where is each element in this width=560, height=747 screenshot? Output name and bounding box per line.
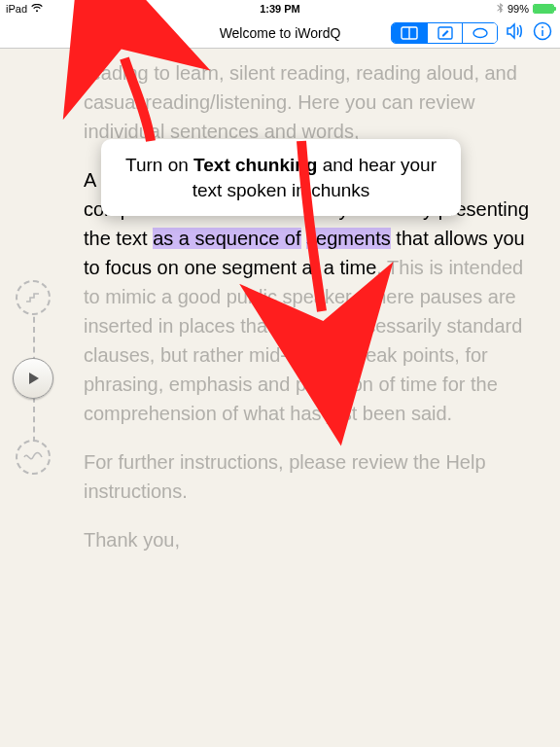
bluetooth-icon — [497, 3, 504, 16]
play-button[interactable] — [13, 358, 53, 399]
speaker-icon[interactable] — [506, 22, 525, 44]
signoff-paragraph: Thank you, — [84, 525, 531, 554]
info-icon[interactable] — [533, 21, 552, 45]
help-paragraph: For further instructions, please review … — [84, 447, 531, 506]
clock: 1:39 PM — [0, 3, 560, 15]
svg-point-4 — [473, 28, 487, 37]
tutorial-callout: Turn on Text chunking and hear your text… — [101, 139, 461, 216]
intro-paragraph: reading to learn, silent reading, readin… — [84, 58, 531, 146]
writing-mode-tab[interactable] — [427, 23, 462, 43]
prev-segment-button[interactable] — [16, 280, 51, 315]
svg-point-0 — [116, 28, 121, 33]
wifi-icon — [31, 4, 43, 15]
gear-icon[interactable] — [109, 27, 128, 44]
svg-point-6 — [542, 26, 543, 28]
toolbar: Welcome to iWordQ — [0, 18, 560, 49]
highlighted-text: segments — [306, 228, 391, 249]
device-label: iPad — [6, 3, 27, 15]
speech-mode-tab[interactable] — [462, 23, 497, 43]
battery-pct: 99% — [508, 3, 529, 15]
callout-text: Turn on — [125, 155, 193, 175]
view-mode-segmented[interactable] — [391, 22, 498, 44]
callout-text-bold: Text chunking — [193, 155, 317, 175]
text-run-faded: . This is intended to mimic a good publi… — [84, 257, 523, 424]
highlighted-text: as a sequence of — [153, 228, 300, 249]
next-segment-button[interactable] — [16, 440, 51, 475]
status-bar: iPad 1:39 PM 99% — [0, 0, 560, 18]
reading-mode-tab[interactable] — [392, 23, 427, 43]
battery-icon — [533, 4, 554, 14]
